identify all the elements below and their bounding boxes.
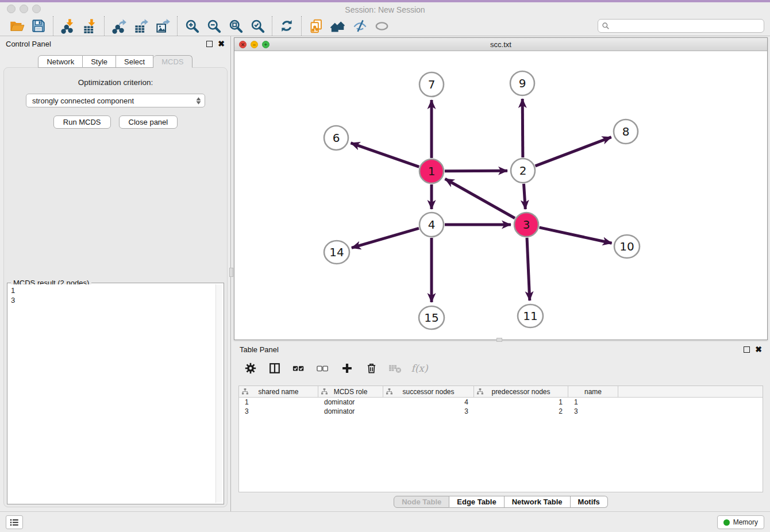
tab-network[interactable]: Network <box>38 55 83 68</box>
open-session-button[interactable] <box>6 17 28 35</box>
node-10[interactable]: 10 <box>614 235 640 258</box>
tab-edge-table[interactable]: Edge Table <box>449 496 504 508</box>
zoom-selected-button[interactable] <box>247 17 268 35</box>
tab-node-table[interactable]: Node Table <box>394 496 449 508</box>
import-table-button[interactable] <box>79 17 101 35</box>
node-9[interactable]: 9 <box>510 71 534 95</box>
network-window-titlebar[interactable]: ✕ − + scc.txt <box>234 38 767 51</box>
edge-2-8[interactable] <box>536 137 611 166</box>
table-cell-successor-nodes[interactable]: 3 <box>383 407 474 416</box>
table-settings-button[interactable] <box>242 360 259 376</box>
float-table-panel-icon[interactable] <box>744 346 750 353</box>
show-columns-button[interactable] <box>266 360 283 376</box>
network-canvas[interactable]: 7968124314101511 <box>234 51 767 340</box>
panel-selector-button[interactable] <box>6 515 23 529</box>
table-cell-predecessor-nodes[interactable]: 1 <box>474 398 568 407</box>
delete-table-icon <box>388 363 403 374</box>
close-panel-button[interactable]: Close panel <box>119 115 178 129</box>
node-7[interactable]: 7 <box>419 72 444 97</box>
table-row[interactable]: 3dominator323 <box>239 407 763 416</box>
edge-2-3[interactable] <box>523 184 525 209</box>
table-row[interactable]: 1dominator411 <box>239 398 763 407</box>
add-column-button[interactable] <box>338 360 356 376</box>
tab-style[interactable]: Style <box>83 55 116 68</box>
column-header-predecessor-nodes[interactable]: predecessor nodes <box>474 386 568 397</box>
node-2[interactable]: 2 <box>511 159 535 183</box>
mcds-result-text[interactable]: 1 3 <box>9 284 215 503</box>
close-panel-icon[interactable]: ✖ <box>218 41 225 47</box>
home-layout-button[interactable] <box>327 17 349 35</box>
network-minimize-button[interactable]: − <box>251 41 258 48</box>
node-4[interactable]: 4 <box>419 213 444 237</box>
zoom-in-button[interactable] <box>181 17 203 35</box>
table-cell-name[interactable]: 3 <box>568 407 618 416</box>
network-maximize-button[interactable]: + <box>262 41 270 48</box>
edge-1-2[interactable] <box>445 171 507 171</box>
table-cell-MCDS-role[interactable]: dominator <box>318 407 383 416</box>
delete-table-button[interactable] <box>387 360 404 376</box>
delete-column-button[interactable] <box>363 360 380 376</box>
edge-1-6[interactable] <box>351 143 419 167</box>
optimization-criterion-select[interactable]: strongly connected component <box>26 94 205 107</box>
main-toolbar <box>0 16 770 36</box>
column-header-name[interactable]: name <box>568 386 618 397</box>
column-header-shared-name[interactable]: shared name <box>239 386 318 397</box>
network-graph[interactable]: 7968124314101511 <box>234 51 767 340</box>
node-15[interactable]: 15 <box>419 306 444 329</box>
table-cell-shared-name[interactable]: 1 <box>239 398 318 407</box>
import-network-button[interactable] <box>57 17 79 35</box>
node-11[interactable]: 11 <box>518 304 543 327</box>
network-close-button[interactable]: ✕ <box>239 41 247 48</box>
hide-eye-button[interactable] <box>349 17 371 35</box>
column-header-MCDS-role[interactable]: MCDS role <box>318 386 383 397</box>
column-header-successor-nodes[interactable]: successor nodes <box>383 386 474 397</box>
node-8[interactable]: 8 <box>614 119 638 144</box>
table-cell-successor-nodes[interactable]: 4 <box>383 398 474 407</box>
export-image-button[interactable] <box>152 17 174 35</box>
node-3[interactable]: 3 <box>514 213 538 237</box>
mcds-result-scrollbar[interactable] <box>215 284 222 503</box>
edge-4-14[interactable] <box>352 228 419 248</box>
save-session-button[interactable] <box>28 17 49 35</box>
node-label: 4 <box>428 218 436 232</box>
edge-3-1[interactable] <box>445 179 515 218</box>
table-cell-shared-name[interactable]: 3 <box>239 407 318 416</box>
edge-3-11[interactable] <box>527 238 530 300</box>
zoom-in-icon <box>184 18 200 34</box>
refresh-view-button[interactable] <box>276 17 298 35</box>
network-view-window: ✕ − + scc.txt 7968124314101511 <box>234 37 768 340</box>
node-1[interactable]: 1 <box>419 159 444 183</box>
deselect-all-columns-button[interactable] <box>314 360 332 376</box>
mcds-result-box: MCDS result (2 nodes) 1 3 <box>7 283 224 504</box>
memory-button[interactable]: Memory <box>717 515 764 529</box>
edge-3-10[interactable] <box>539 228 611 243</box>
vertical-splitter-handle[interactable] <box>229 268 233 277</box>
show-eye-button[interactable] <box>371 17 392 35</box>
tab-select[interactable]: Select <box>116 55 153 68</box>
table-cell-predecessor-nodes[interactable]: 2 <box>474 407 568 416</box>
search-input[interactable] <box>598 19 764 33</box>
export-table-button[interactable] <box>130 17 152 35</box>
tab-network-table[interactable]: Network Table <box>505 496 571 508</box>
horizontal-splitter-handle[interactable] <box>496 338 502 342</box>
clone-network-icon <box>309 18 324 34</box>
tab-motifs[interactable]: Motifs <box>571 496 608 508</box>
run-mcds-button[interactable]: Run MCDS <box>53 115 111 129</box>
clone-network-button[interactable] <box>305 17 327 35</box>
tab-mcds[interactable]: MCDS <box>153 55 192 68</box>
node-14[interactable]: 14 <box>324 241 349 264</box>
import-table-icon <box>82 18 98 34</box>
edge-2-9[interactable] <box>522 99 523 157</box>
export-network-button[interactable] <box>108 17 130 35</box>
select-all-columns-button[interactable] <box>290 360 307 376</box>
table-cell-MCDS-role[interactable]: dominator <box>318 398 383 407</box>
node-6[interactable]: 6 <box>324 126 348 150</box>
node-label: 8 <box>622 125 630 138</box>
table-cell-name[interactable]: 1 <box>568 398 618 407</box>
float-panel-icon[interactable] <box>206 41 213 47</box>
zoom-out-button[interactable] <box>203 17 225 35</box>
close-table-panel-icon[interactable]: ✖ <box>755 346 762 353</box>
node-label: 1 <box>428 164 436 178</box>
zoom-fit-button[interactable] <box>225 17 247 35</box>
function-builder-button[interactable]: f(x) <box>411 360 428 376</box>
